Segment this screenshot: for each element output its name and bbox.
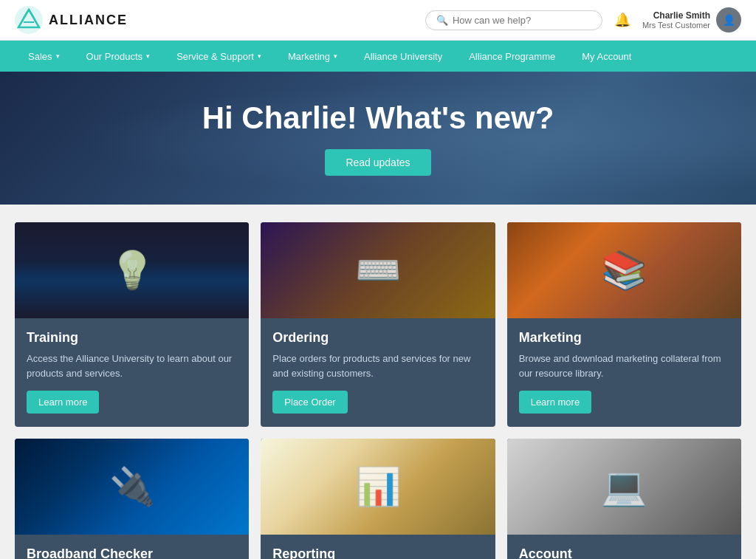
card-description-ordering: Place orders for products and services f… [272, 351, 483, 380]
nav-item-our-products[interactable]: Our Products ▾ [73, 41, 164, 72]
card-description-marketing: Browse and download marketing collateral… [519, 351, 729, 380]
card-content-marketing: Marketing Browse and download marketing … [507, 318, 741, 427]
learn-more-training-button[interactable]: Learn more [27, 391, 99, 414]
card-title-training: Training [27, 330, 237, 346]
main-nav: Sales ▾ Our Products ▾ Service & Support… [0, 41, 756, 72]
card-title-account: Account [519, 546, 729, 559]
card-image-reporting [261, 439, 495, 535]
card-content-ordering: Ordering Place orders for products and s… [261, 318, 495, 427]
card-image-ordering [261, 222, 495, 318]
nav-item-sales[interactable]: Sales ▾ [15, 41, 73, 72]
header-right: 🔍 🔔 Charlie Smith Mrs Test Customer 👤 [425, 7, 741, 32]
hero-section: Hi Charlie! What's new? Read updates [0, 72, 756, 205]
card-content-broadband: Broadband Checker Check for available br… [15, 535, 249, 559]
card-content-account: Account Access and manage your Gradwell … [507, 535, 741, 559]
card-image-training [15, 222, 249, 318]
card-ordering: Ordering Place orders for products and s… [261, 222, 495, 427]
hero-title: Hi Charlie! What's new? [202, 100, 554, 136]
card-title-reporting: Reporting [272, 546, 483, 559]
read-updates-button[interactable]: Read updates [325, 149, 430, 176]
user-company: Mrs Test Customer [642, 21, 710, 30]
chevron-down-icon: ▾ [146, 52, 150, 60]
card-content-training: Training Access the Alliance University … [15, 318, 249, 427]
search-bar[interactable]: 🔍 [425, 10, 602, 30]
cards-grid: Training Access the Alliance University … [0, 205, 756, 559]
chevron-down-icon: ▾ [258, 52, 261, 60]
card-training: Training Access the Alliance University … [15, 222, 249, 427]
chevron-down-icon: ▾ [56, 52, 60, 60]
card-image-account [507, 439, 741, 535]
card-marketing: Marketing Browse and download marketing … [507, 222, 741, 427]
card-broadband: Broadband Checker Check for available br… [15, 439, 249, 559]
card-title-broadband: Broadband Checker [27, 546, 237, 559]
nav-item-service-support[interactable]: Service & Support ▾ [163, 41, 275, 72]
nav-item-my-account[interactable]: My Account [568, 41, 645, 72]
place-order-button[interactable]: Place Order [272, 391, 347, 414]
chevron-down-icon: ▾ [334, 52, 337, 60]
search-icon: 🔍 [436, 15, 448, 26]
user-name: Charlie Smith [642, 10, 710, 21]
card-reporting: Reporting View your opportunities, activ… [261, 439, 495, 559]
card-image-marketing [507, 222, 741, 318]
card-image-broadband [15, 439, 249, 535]
logo-area: ALLIANCE [15, 6, 128, 34]
card-title-marketing: Marketing [519, 330, 729, 346]
avatar[interactable]: 👤 [716, 7, 741, 32]
logo-text: ALLIANCE [49, 13, 128, 28]
search-input[interactable] [453, 15, 591, 26]
nav-item-marketing[interactable]: Marketing ▾ [275, 41, 351, 72]
header: ALLIANCE 🔍 🔔 Charlie Smith Mrs Test Cust… [0, 0, 756, 41]
nav-item-alliance-programme[interactable]: Alliance Programme [456, 41, 568, 72]
card-description-training: Access the Alliance University to learn … [27, 351, 237, 380]
card-content-reporting: Reporting View your opportunities, activ… [261, 535, 495, 559]
nav-item-alliance-university[interactable]: Alliance University [351, 41, 456, 72]
learn-more-marketing-button[interactable]: Learn more [519, 391, 591, 414]
card-account: Account Access and manage your Gradwell … [507, 439, 741, 559]
alliance-logo-icon [15, 6, 43, 34]
user-area: Charlie Smith Mrs Test Customer 👤 [642, 7, 741, 32]
user-info: Charlie Smith Mrs Test Customer [642, 10, 710, 30]
bell-icon[interactable]: 🔔 [614, 12, 630, 28]
card-title-ordering: Ordering [272, 330, 483, 346]
